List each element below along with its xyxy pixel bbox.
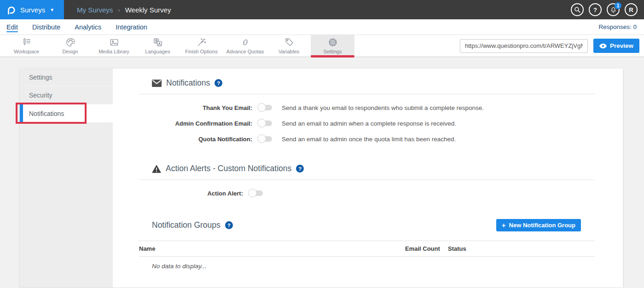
tab-edit[interactable]: Edit [6,19,18,35]
content-area: Settings Security Notifications Notifica… [0,57,644,288]
preview-button[interactable]: Preview [593,39,639,53]
sidebar-item-settings[interactable]: Settings [20,69,113,86]
action-alerts-help-icon[interactable]: ? [296,165,304,173]
toolbar-item-settings[interactable]: Settings [311,35,354,57]
action-alert-toggle[interactable] [249,190,263,196]
notifications-help-icon[interactable]: ? [215,79,222,87]
plus-icon: + [502,221,506,229]
column-header-email-count: Email Count [405,241,448,257]
section-divider [139,94,595,94]
chevron-down-icon: ▼ [50,7,54,12]
survey-url-input[interactable] [460,39,588,53]
workspace-icon [22,37,32,47]
notification-groups-table: Name Email Count Status No data to displ… [139,241,595,270]
action-alerts-section-title: Action Alerts - Custom Notifications ? [152,164,595,173]
settings-highlight-annotation [311,55,354,58]
languages-icon [153,37,163,47]
tab-analytics[interactable]: Analytics [75,19,101,35]
help-icon[interactable]: ? [589,3,602,16]
toolbar-item-advance-quotas[interactable]: Advance Quotas [223,35,267,57]
notifications-main: Notifications ? Thank You Email: Send a … [113,78,623,270]
breadcrumb-my-surveys[interactable]: My Surveys [77,6,113,14]
toolbar-item-languages[interactable]: Languages [136,35,180,57]
row-label: Quota Notification: [139,136,252,143]
row-label: Admin Confirmation Email: [139,120,252,127]
toolbar-item-media-library[interactable]: Media Library [92,35,136,57]
thank-you-email-toggle[interactable] [258,105,272,110]
settings-gear-icon [328,37,338,47]
groups-help-icon[interactable]: ? [225,221,233,229]
column-header-status: Status [448,241,595,257]
edit-toolbar: Workspace Design Media Library Languages… [0,35,644,57]
toolbar-item-label: Advance Quotas [226,49,264,54]
settings-sidebar: Settings Security Notifications [20,69,113,288]
action-alert-rows: Action Alert: [139,189,595,198]
envelope-icon [152,80,162,87]
quota-notification-toggle[interactable] [258,136,272,142]
surveys-product-menu[interactable]: Surveys ▼ [0,0,64,19]
toggle-knob [248,189,257,197]
product-menu-label: Surveys [20,6,45,14]
section-divider [139,179,595,180]
tab-integration[interactable]: Integration [116,19,147,35]
row-label: Thank You Email: [139,104,252,111]
media-library-icon [109,37,119,47]
toolbar-item-label: Media Library [99,49,129,54]
row-description: Send an email to admin once the quota li… [282,136,456,143]
notification-count-badge: 1 [615,2,621,9]
toggle-knob [257,134,266,143]
new-notification-group-button[interactable]: + New Notification Group [496,219,581,231]
toolbar-right: Preview [460,35,644,57]
warning-triangle-icon [152,165,161,173]
thank-you-email-row: Thank You Email: Send a thank you email … [139,103,595,112]
toolbar-item-label: Design [62,49,78,54]
tab-distribute[interactable]: Distribute [32,19,60,35]
settings-panel: Settings Security Notifications Notifica… [20,69,623,288]
notifications-section-title: Notifications ? [152,78,595,88]
empty-state-row: No data to display... [139,257,595,270]
sidebar-item-notifications[interactable]: Notifications [20,104,113,122]
toolbar-item-label: Languages [145,49,170,54]
advance-quotas-icon [240,37,250,47]
toolbar-item-design[interactable]: Design [48,35,92,57]
design-icon [65,37,75,47]
toolbar-item-variables[interactable]: Variables [267,35,311,57]
breadcrumb-separator-icon: › [118,6,120,13]
finish-options-icon [197,37,207,47]
action-alert-row: Action Alert: [139,189,595,198]
notifications-bell-icon[interactable]: 1 [607,3,620,16]
row-description: Send an email to admin when a complete r… [282,120,456,127]
breadcrumb-current-survey: Weekly Survey [125,6,171,14]
row-label: Action Alert: [139,190,243,197]
groups-section-title: Notification Groups ? [152,220,233,230]
section-title-text: Notification Groups [152,220,220,230]
responses-count: Responses: 0 [598,19,644,35]
quota-notification-row: Quota Notification: Send an email to adm… [139,134,595,144]
notification-groups-header: Notification Groups ? + New Notification… [139,219,595,231]
eye-icon [599,43,607,49]
preview-label: Preview [610,42,633,49]
search-icon[interactable] [571,3,584,16]
column-header-name: Name [139,241,405,257]
survey-nav-tabs: Edit Distribute Analytics Integration Re… [0,19,644,35]
empty-state-message: No data to display... [139,257,595,270]
variables-icon [284,37,294,47]
row-description: Send a thank you email to respondents wh… [282,104,484,111]
toolbar-item-finish-options[interactable]: Finish Options [180,35,223,57]
admin-confirmation-email-row: Admin Confirmation Email: Send an email … [139,119,595,128]
button-label: New Notification Group [509,222,575,229]
toggle-knob [257,119,266,127]
admin-confirmation-email-toggle[interactable] [258,121,272,126]
avatar[interactable]: R [625,3,638,16]
notification-toggle-rows: Thank You Email: Send a thank you email … [139,103,595,144]
topbar-actions: ? 1 R [571,0,644,19]
breadcrumb: My Surveys › Weekly Survey [77,0,171,19]
sidebar-item-security[interactable]: Security [20,86,113,104]
questionpro-logo-icon [6,5,16,15]
toggle-knob [257,103,266,112]
topbar: Surveys ▼ My Surveys › Weekly Survey ? 1… [0,0,644,19]
toolbar-item-label: Finish Options [185,49,217,54]
toolbar-item-label: Variables [278,49,299,54]
table-header-row: Name Email Count Status [139,241,595,257]
toolbar-item-workspace[interactable]: Workspace [5,35,48,57]
